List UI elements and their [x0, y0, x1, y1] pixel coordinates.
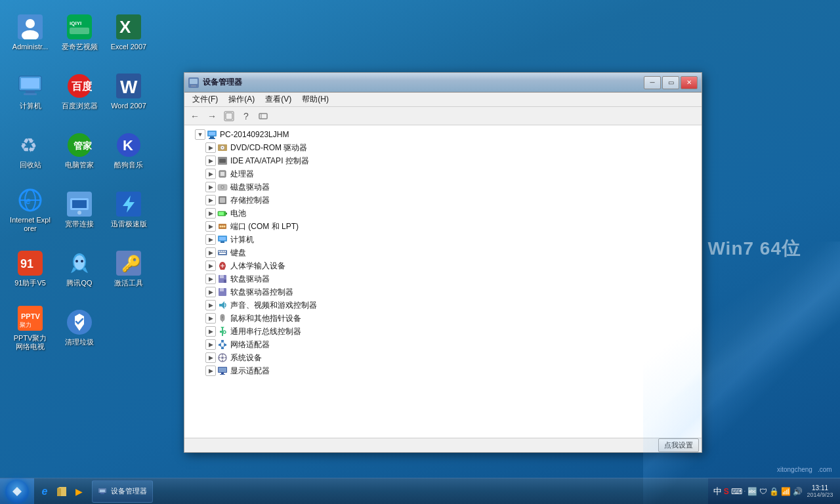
tree-expand-cpu[interactable]: ▶	[205, 169, 216, 179]
tray-network-icon[interactable]: 📶	[781, 487, 791, 496]
toolbar-properties[interactable]	[255, 109, 271, 123]
tree-item-sound[interactable]: ▶ 声音、视频和游戏控制器	[184, 299, 702, 312]
tree-item-keyboard-label: 键盘	[230, 247, 246, 259]
taskbar-media-icon[interactable]: ▶	[71, 484, 87, 499]
tray-sogou-icon[interactable]: 中	[713, 486, 722, 497]
desktop-icon-recycle[interactable]: ♻ 回收站	[7, 125, 54, 177]
tree-icon-computer	[207, 129, 217, 140]
tree-item-system[interactable]: ▶ 系统设备	[184, 351, 702, 364]
tree-item-keyboard[interactable]: ▶ 键盘	[184, 246, 702, 259]
tree-item-display[interactable]: ▶ 显示适配器	[184, 364, 702, 377]
menu-action[interactable]: 操作(A)	[223, 93, 260, 106]
tree-item-disk[interactable]: ▶ 磁盘驱动器	[184, 180, 702, 194]
tree-expand-floppy-ctrl[interactable]: ▶	[205, 287, 216, 297]
menu-help[interactable]: 帮助(H)	[297, 93, 334, 106]
desktop-icon-cleaner[interactable]: 清理垃圾	[56, 302, 103, 354]
desktop-icon-iqiyi1[interactable]: iQIYI 爱奇艺视频	[56, 7, 103, 59]
tree-expand-usb[interactable]: ▶	[205, 326, 216, 337]
toolbar-forward[interactable]: →	[204, 109, 220, 123]
tree-item-ide[interactable]: ▶ IDE ATA/ATAPI 控制器	[184, 154, 702, 167]
taskbar-ie-icon[interactable]: e	[37, 484, 52, 499]
tree-item-dvd[interactable]: ▶ DVD/CD-ROM 驱动器	[184, 141, 702, 154]
tree-item-network[interactable]: ▶ 网络适配器	[184, 338, 702, 351]
tree-expand-mouse[interactable]: ▶	[205, 313, 216, 324]
tree-expand-root[interactable]: ▼	[195, 129, 205, 140]
svg-rect-27	[72, 200, 87, 208]
tree-icon-usb	[217, 326, 228, 337]
toolbar-help[interactable]: ?	[238, 109, 254, 123]
desktop: Administr... iQIYI 爱奇艺视频 X Excel 2007	[0, 0, 840, 504]
tray-shield2-icon[interactable]: 🔒	[769, 487, 779, 496]
desktop-icon-baidu[interactable]: 百度 百度浏览器	[56, 66, 103, 118]
menu-view[interactable]: 查看(V)	[260, 93, 297, 106]
tray-sougou-logo[interactable]: S	[724, 487, 729, 496]
tree-item-computer-label: 计算机	[230, 234, 254, 245]
toolbar-up[interactable]	[221, 109, 237, 123]
win7-branding: Win7 64位	[707, 236, 801, 261]
desktop-icon-broadband[interactable]: 宽带连接	[56, 184, 103, 236]
tree-item-storage-label: 存储控制器	[230, 195, 270, 206]
restore-button[interactable]: ▭	[662, 76, 679, 89]
minimize-button[interactable]: ─	[644, 76, 661, 89]
tree-item-computer[interactable]: ▶ 计算机	[184, 233, 702, 246]
tree-item-port[interactable]: ▶ 端口 (COM 和 LPT)	[184, 220, 702, 233]
tree-expand-hid[interactable]: ▶	[205, 261, 216, 271]
desktop-icon-91[interactable]: 91 91助手V5	[7, 243, 54, 295]
tree-expand-port[interactable]: ▶	[205, 221, 216, 232]
tray-shield1-icon[interactable]: 🛡	[759, 487, 767, 496]
close-button[interactable]: ✕	[681, 76, 698, 89]
tree-root[interactable]: ▼ PC-20140923LJHM	[184, 128, 702, 141]
tree-item-storage[interactable]: ▶ 存储控制器	[184, 194, 702, 207]
svg-rect-10	[26, 91, 35, 93]
tray-keyboard-icon[interactable]: ⌨	[731, 487, 742, 496]
tree-icon-computer-node	[217, 234, 228, 245]
tree-item-mouse[interactable]: ▶ 鼠标和其他指针设备	[184, 312, 702, 325]
window-titlebar: 设备管理器 ─ ▭ ✕	[184, 73, 702, 93]
tree-expand-battery[interactable]: ▶	[205, 208, 216, 219]
desktop-icon-excel[interactable]: X Excel 2007	[105, 7, 152, 59]
tree-expand-keyboard[interactable]: ▶	[205, 247, 216, 258]
tree-expand-sound[interactable]: ▶	[205, 300, 216, 310]
tray-sound-icon[interactable]: 🔊	[793, 487, 803, 496]
desktop-icon-computer[interactable]: 计算机	[7, 66, 54, 118]
svg-point-70	[222, 226, 224, 228]
tree-item-floppy-ctrl[interactable]: ▶ 软盘驱动器控制器	[184, 285, 702, 299]
desktop-icon-xunlei[interactable]: 迅雷极速版	[105, 184, 152, 236]
tree-expand-disk[interactable]: ▶	[205, 182, 216, 192]
svg-point-33	[74, 255, 85, 270]
tree-item-cpu[interactable]: ▶ 处理器	[184, 167, 702, 180]
desktop-icon-pcmgr[interactable]: 管家 电脑管家	[56, 125, 103, 177]
status-setup-btn[interactable]: 点我设置	[658, 438, 699, 452]
tree-item-usb[interactable]: ▶ 通用串行总线控制器	[184, 325, 702, 338]
tree-expand-ide[interactable]: ▶	[205, 156, 216, 166]
tree-item-battery[interactable]: ▶ 电池	[184, 207, 702, 220]
desktop-icon-kugou[interactable]: K 酷狗音乐	[105, 125, 152, 177]
taskbar-devmgr-item[interactable]: 设备管理器	[92, 480, 153, 503]
taskbar-explorer-icon[interactable]	[54, 484, 70, 499]
tray-input-icon[interactable]: 🔤	[747, 487, 757, 496]
desktop-icon-activator[interactable]: 🔑 激活工具	[105, 243, 152, 295]
tree-expand-network[interactable]: ▶	[205, 339, 216, 350]
toolbar-back[interactable]: ←	[187, 109, 203, 123]
tree-item-floppy[interactable]: ▶ 软盘驱动器	[184, 272, 702, 285]
tree-item-hid-label: 人体学输入设备	[230, 261, 285, 272]
tree-expand-display[interactable]: ▶	[205, 366, 216, 376]
start-button[interactable]	[0, 478, 34, 504]
desktop-icon-pptv[interactable]: PPTV 聚力 PPTV聚力 网络电视	[7, 302, 54, 354]
svg-text:百度: 百度	[72, 80, 92, 92]
tree-expand-system[interactable]: ▶	[205, 352, 216, 363]
tray-time[interactable]: 13:11 2014/9/23	[805, 484, 835, 498]
tree-expand-storage[interactable]: ▶	[205, 195, 216, 205]
desktop-icon-qq[interactable]: 腾讯QQ	[56, 243, 103, 295]
tree-expand-computer[interactable]: ▶	[205, 234, 216, 245]
device-manager-window: 设备管理器 ─ ▭ ✕ 文件(F) 操作(A) 查看(V) 帮助(H) ← → …	[184, 72, 702, 453]
desktop-icon-admin[interactable]: Administr...	[7, 7, 54, 59]
tree-expand-floppy[interactable]: ▶	[205, 274, 216, 284]
tray-dot-icon: ·	[744, 488, 746, 494]
desktop-icon-word[interactable]: W Word 2007	[105, 66, 152, 118]
tree-item-hid[interactable]: ▶ 人体学输入设备	[184, 259, 702, 272]
menu-file[interactable]: 文件(F)	[187, 93, 223, 106]
tree-item-mouse-label: 鼠标和其他指针设备	[230, 313, 301, 324]
tree-expand-dvd[interactable]: ▶	[205, 142, 216, 153]
desktop-icon-ie[interactable]: e Internet Explorer	[7, 184, 54, 236]
